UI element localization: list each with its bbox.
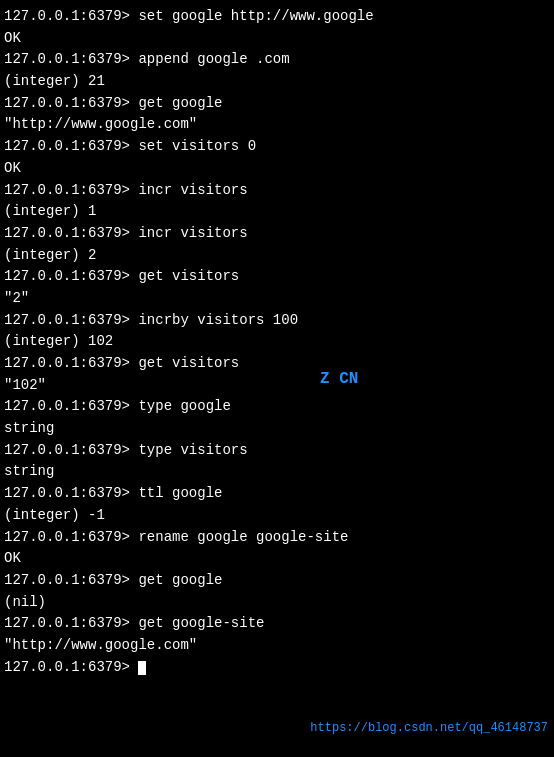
- url-watermark: https://blog.csdn.net/qq_46148737: [310, 721, 548, 735]
- terminal-line: (integer) 102: [4, 331, 550, 353]
- terminal-line: (integer) -1: [4, 505, 550, 527]
- terminal-line: (integer) 21: [4, 71, 550, 93]
- cn-watermark: Z CN: [320, 370, 358, 388]
- terminal-line: "http://www.google.com": [4, 114, 550, 136]
- terminal-line: 127.0.0.1:6379> get google: [4, 93, 550, 115]
- terminal-line: "2": [4, 288, 550, 310]
- terminal-line: 127.0.0.1:6379> ttl google: [4, 483, 550, 505]
- terminal-line: 127.0.0.1:6379>: [4, 657, 550, 679]
- terminal-line: 127.0.0.1:6379> incr visitors: [4, 180, 550, 202]
- terminal-line: OK: [4, 548, 550, 570]
- terminal-line: "http://www.google.com": [4, 635, 550, 657]
- terminal-line: (nil): [4, 592, 550, 614]
- terminal-line: 127.0.0.1:6379> incr visitors: [4, 223, 550, 245]
- terminal-line: 127.0.0.1:6379> get google-site: [4, 613, 550, 635]
- terminal-line: 127.0.0.1:6379> rename google google-sit…: [4, 527, 550, 549]
- cursor: [138, 661, 146, 675]
- terminal-line: 127.0.0.1:6379> type google: [4, 396, 550, 418]
- terminal-line: "102": [4, 375, 550, 397]
- terminal-line: 127.0.0.1:6379> set visitors 0: [4, 136, 550, 158]
- terminal-line: (integer) 1: [4, 201, 550, 223]
- terminal-line: 127.0.0.1:6379> get google: [4, 570, 550, 592]
- terminal-line: 127.0.0.1:6379> type visitors: [4, 440, 550, 462]
- terminal-line: string: [4, 461, 550, 483]
- terminal-window: 127.0.0.1:6379> set google http://www.go…: [0, 0, 554, 757]
- terminal-line: 127.0.0.1:6379> get visitors: [4, 353, 550, 375]
- terminal-line: OK: [4, 28, 550, 50]
- terminal-line: (integer) 2: [4, 245, 550, 267]
- terminal-content: 127.0.0.1:6379> set google http://www.go…: [4, 6, 550, 678]
- terminal-line: string: [4, 418, 550, 440]
- terminal-line: 127.0.0.1:6379> incrby visitors 100: [4, 310, 550, 332]
- terminal-line: 127.0.0.1:6379> get visitors: [4, 266, 550, 288]
- terminal-line: 127.0.0.1:6379> append google .com: [4, 49, 550, 71]
- terminal-line: OK: [4, 158, 550, 180]
- terminal-line: 127.0.0.1:6379> set google http://www.go…: [4, 6, 550, 28]
